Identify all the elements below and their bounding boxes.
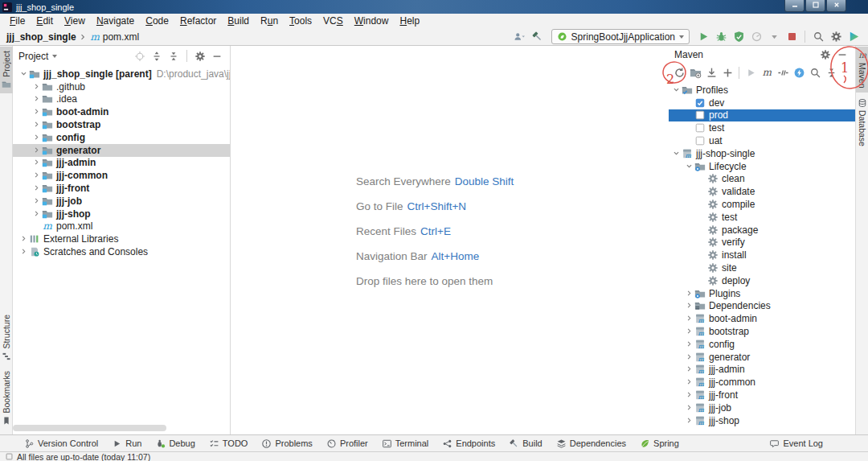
refresh-icon[interactable]: [671, 65, 687, 81]
tool-window-button[interactable]: Run: [112, 438, 141, 449]
tool-window-button[interactable]: Spring: [640, 438, 679, 449]
offline-mode-icon[interactable]: [791, 65, 807, 81]
tree-row[interactable]: .github: [13, 80, 230, 93]
settings-gear-icon[interactable]: [828, 29, 844, 45]
tree-row[interactable]: m jjj-job: [669, 401, 855, 414]
chevron-down-icon[interactable]: [52, 55, 57, 58]
coverage-icon[interactable]: [748, 29, 764, 45]
chevron-right-icon[interactable]: [685, 327, 694, 336]
tool-window-button[interactable]: Problems: [261, 438, 312, 449]
chevron-right-icon[interactable]: [685, 301, 694, 311]
menu-item[interactable]: Edit: [31, 15, 59, 27]
menu-item[interactable]: File: [4, 15, 31, 27]
tree-row[interactable]: jjj-front: [13, 182, 230, 195]
tree-row[interactable]: bootstrap: [13, 118, 230, 131]
tree-row[interactable]: config: [13, 131, 230, 144]
caret-down-icon[interactable]: [766, 29, 782, 45]
window-button[interactable]: [826, 0, 846, 12]
tree-row[interactable]: m bootstrap: [669, 325, 855, 338]
chevron-right-icon[interactable]: [32, 196, 41, 206]
menu-item[interactable]: Tools: [284, 15, 317, 27]
skip-tests-icon[interactable]: [775, 65, 791, 81]
tree-row[interactable]: Dependencies: [669, 300, 855, 313]
menu-item[interactable]: Build: [222, 15, 255, 27]
chevron-right-icon[interactable]: [685, 364, 694, 374]
tree-row[interactable]: m jjj-front: [669, 389, 855, 401]
tree-row[interactable]: Lifecycle: [669, 160, 855, 173]
tree-row[interactable]: Scratches and Consoles: [13, 245, 230, 258]
chevron-right-icon[interactable]: [32, 171, 41, 180]
gear-icon[interactable]: [193, 49, 207, 64]
tool-window-button[interactable]: Endpoints: [442, 438, 495, 449]
stop-icon[interactable]: [784, 29, 800, 45]
tree-row[interactable]: test: [669, 121, 855, 134]
menu-item[interactable]: Navigate: [91, 15, 140, 27]
tree-row[interactable]: boot-admin: [13, 105, 230, 118]
menu-item[interactable]: Help: [394, 15, 425, 27]
chevron-right-icon[interactable]: [685, 390, 694, 400]
tool-window-tab[interactable]: Structure: [0, 311, 13, 365]
add-icon[interactable]: [719, 65, 735, 81]
tree-row[interactable]: m jjj-shop: [669, 414, 855, 427]
minimize-icon[interactable]: [835, 47, 850, 62]
menu-item[interactable]: Window: [349, 15, 395, 27]
tree-row[interactable]: jjj-admin: [13, 157, 230, 170]
tree-row[interactable]: m config: [669, 338, 855, 351]
chevron-right-icon[interactable]: [32, 158, 41, 167]
menu-item[interactable]: View: [59, 15, 91, 27]
run-play-icon[interactable]: [695, 29, 711, 45]
chevron-right-icon[interactable]: [32, 120, 41, 130]
search-icon[interactable]: [807, 65, 823, 81]
chevron-right-icon[interactable]: [32, 82, 41, 92]
minimize-icon[interactable]: [210, 49, 224, 64]
chevron-down-icon[interactable]: [672, 85, 681, 95]
breadcrumb-file[interactable]: pom.xml: [103, 31, 139, 43]
tree-row[interactable]: install: [669, 249, 855, 261]
chevron-right-icon[interactable]: [685, 340, 694, 349]
window-button[interactable]: [805, 0, 825, 12]
tool-window-button[interactable]: Dependencies: [556, 438, 626, 449]
generate-sources-icon[interactable]: [687, 65, 703, 81]
collapse-all-icon[interactable]: [166, 49, 181, 64]
download-sources-icon[interactable]: [703, 65, 719, 81]
chevron-right-icon[interactable]: [685, 403, 694, 413]
tool-window-button[interactable]: Profiler: [326, 438, 368, 449]
chevron-right-icon[interactable]: [32, 183, 41, 193]
maven-goal-icon[interactable]: m: [759, 65, 775, 81]
tree-row[interactable]: clean: [669, 173, 855, 186]
tool-window-button[interactable]: Version Control: [24, 438, 98, 449]
tree-row[interactable]: m generator: [669, 351, 855, 364]
tree-row[interactable]: jjj-job: [13, 195, 230, 208]
tree-row[interactable]: jjj-shop: [13, 208, 230, 220]
menu-item[interactable]: Refactor: [174, 15, 222, 27]
tree-row[interactable]: test: [669, 211, 855, 224]
chevron-right-icon[interactable]: [32, 107, 41, 117]
expand-all-icon[interactable]: [149, 49, 164, 64]
chevron-right-icon[interactable]: [32, 146, 41, 155]
tool-window-button[interactable]: Terminal: [382, 438, 429, 449]
tree-row[interactable]: m jjj-admin: [669, 364, 855, 377]
tool-window-tab[interactable]: Project: [0, 47, 13, 93]
chevron-right-icon[interactable]: [19, 247, 28, 257]
menu-item[interactable]: VCS: [317, 15, 349, 27]
chevron-right-icon[interactable]: [32, 94, 41, 104]
user-dropdown-icon[interactable]: [512, 29, 528, 45]
tree-row[interactable]: prod: [669, 109, 855, 122]
horizontal-scrollbar[interactable]: [13, 425, 166, 431]
tool-window-tab[interactable]: Database: [856, 94, 868, 150]
tree-row[interactable]: jjj_shop_single [parent] D:\product_java…: [13, 68, 230, 80]
tree-row[interactable]: jjj-common: [13, 169, 230, 182]
profile-shield-icon[interactable]: [731, 29, 747, 45]
tree-row[interactable]: .idea: [13, 93, 230, 106]
run-config-select[interactable]: SpringBootJjjApplication: [551, 29, 690, 44]
chevron-right-icon[interactable]: [685, 352, 694, 362]
tree-row[interactable]: Plugins: [669, 287, 855, 300]
build-hammer-icon[interactable]: [530, 29, 546, 45]
run-disabled-icon[interactable]: [743, 65, 759, 81]
learn-play-icon[interactable]: [845, 29, 862, 45]
tree-row[interactable]: m pom.xml: [13, 220, 230, 233]
tree-row[interactable]: verify: [669, 237, 855, 249]
chevron-right-icon[interactable]: [19, 234, 28, 244]
chevron-right-icon[interactable]: [685, 314, 694, 323]
chevron-right-icon[interactable]: [32, 133, 41, 142]
